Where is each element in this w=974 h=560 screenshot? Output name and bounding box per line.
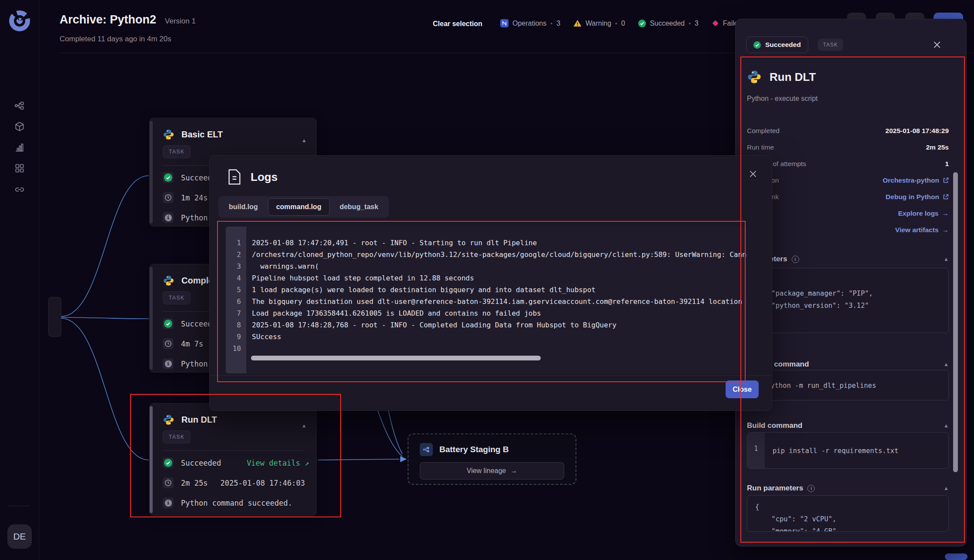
log-line-number: 4 bbox=[226, 272, 241, 284]
log-tab-debug_task[interactable]: debug_task bbox=[331, 198, 387, 216]
collapse-icon[interactable] bbox=[301, 137, 307, 143]
apps-grid-icon[interactable] bbox=[14, 163, 25, 174]
status-pill: Succeeded bbox=[746, 37, 808, 53]
build-command-code: pip install -r requirements.txt bbox=[747, 433, 948, 457]
task-type-badge: TASK bbox=[163, 145, 191, 158]
clear-selection-button[interactable]: Clear selection bbox=[433, 20, 482, 28]
view-lineage-button[interactable]: View lineage bbox=[420, 462, 564, 480]
log-line-number: 10 bbox=[226, 343, 241, 354]
external-link-icon bbox=[943, 177, 949, 183]
close-icon[interactable] bbox=[748, 169, 758, 179]
log-line: 2025-01-08 17:47:20,491 - root - INFO - … bbox=[252, 237, 747, 249]
products-cube-icon[interactable] bbox=[14, 121, 25, 132]
python-command-code: python -m run_dlt_pipelines bbox=[747, 370, 948, 392]
collapse-icon[interactable] bbox=[944, 361, 949, 367]
orchestra-logo-icon[interactable] bbox=[9, 10, 30, 31]
log-line-number: 3 bbox=[226, 260, 241, 272]
modal-title: Logs bbox=[251, 170, 278, 184]
lineage-card-battery-staging-b[interactable]: Battery Staging B View lineage bbox=[408, 433, 576, 485]
card-divider bbox=[163, 450, 303, 451]
info-row: Python command succeeded. bbox=[163, 497, 305, 508]
warning-icon bbox=[573, 20, 582, 27]
user-avatar[interactable]: DE bbox=[7, 524, 32, 549]
parameters-section-header: Parameters bbox=[747, 255, 949, 263]
section-label: Build command bbox=[747, 421, 803, 430]
explore-logs-link[interactable]: Explore logs bbox=[898, 210, 949, 217]
log-line-number: 5 bbox=[226, 284, 241, 296]
document-icon bbox=[228, 169, 241, 185]
close-icon[interactable] bbox=[932, 40, 942, 50]
detail-row-debug: Debug link Debug in Python bbox=[747, 189, 949, 205]
sidebar-divider bbox=[9, 506, 30, 506]
check-icon bbox=[163, 318, 174, 329]
view-details-link[interactable]: View details bbox=[247, 459, 309, 467]
stat-label: Warning bbox=[586, 20, 611, 27]
arrow-right-icon bbox=[510, 467, 517, 475]
detail-row-artifacts: Artifacts View artifacts bbox=[747, 222, 949, 238]
build-command-section-header: Build command bbox=[747, 421, 949, 430]
logs-modal: Logs build.logcommand.logdebug_task 1234… bbox=[209, 155, 772, 411]
connections-link-icon[interactable] bbox=[14, 184, 25, 195]
link-label: Debug in Python bbox=[886, 193, 939, 201]
view-lineage-label: View lineage bbox=[467, 467, 506, 475]
log-viewer: 12345678910 2025-01-08 17:47:20,491 - ro… bbox=[226, 227, 747, 373]
info-icon bbox=[792, 256, 799, 263]
pipelines-flow-icon[interactable] bbox=[14, 100, 25, 111]
stat-count: 0 bbox=[621, 20, 625, 27]
check-circle-icon bbox=[638, 20, 646, 27]
task-card-title: Basic ELT bbox=[181, 130, 223, 140]
panel-scrollbar[interactable] bbox=[953, 172, 958, 472]
horizontal-scrollbar[interactable] bbox=[251, 356, 541, 360]
collapse-icon[interactable] bbox=[944, 256, 949, 262]
log-gutter: 12345678910 bbox=[226, 227, 246, 373]
collapse-icon[interactable] bbox=[944, 485, 949, 491]
check-icon bbox=[163, 457, 174, 468]
bottom-right-button-fragment[interactable] bbox=[945, 553, 967, 560]
lineage-icon bbox=[420, 443, 433, 456]
log-line: 1 load package(s) were loaded to destina… bbox=[252, 284, 747, 296]
integration-link[interactable]: Orchestra-python bbox=[883, 177, 949, 184]
detail-value: 2m 25s bbox=[926, 143, 949, 151]
stat-label: Operations bbox=[512, 20, 546, 27]
clock-icon bbox=[163, 477, 174, 488]
lineage-card-title: Battery Staging B bbox=[439, 445, 509, 454]
analytics-chart-icon[interactable] bbox=[14, 142, 25, 153]
debug-link[interactable]: Debug in Python bbox=[886, 193, 949, 201]
close-button[interactable]: Close bbox=[726, 380, 759, 398]
detail-value: 2025-01-08 17:48:29 bbox=[885, 127, 949, 135]
detail-label: Run time bbox=[747, 143, 774, 151]
collapse-icon[interactable] bbox=[944, 423, 949, 429]
log-tab-command.log[interactable]: command.log bbox=[268, 198, 330, 216]
status-text: Succeeded bbox=[181, 459, 221, 467]
details-list: Completed 2025-01-08 17:48:29 Run time 2… bbox=[747, 123, 949, 238]
link-label: Orchestra-python bbox=[883, 177, 939, 184]
page-title: Archive: Python2 Version 1 bbox=[60, 13, 196, 27]
stat-succeeded: Succeeded 3 bbox=[638, 20, 699, 27]
python-icon bbox=[163, 414, 174, 426]
log-line: The bigquery destination used dlt-user@r… bbox=[252, 296, 747, 307]
failed-diamond-icon bbox=[712, 20, 719, 27]
collapse-icon[interactable] bbox=[301, 423, 307, 429]
info-icon bbox=[163, 212, 174, 223]
check-circle-icon bbox=[753, 41, 761, 49]
log-line-number: 7 bbox=[226, 307, 241, 319]
detail-row-completed: Completed 2025-01-08 17:48:29 bbox=[747, 123, 949, 139]
external-link-icon bbox=[943, 194, 949, 200]
dot-separator bbox=[550, 20, 552, 27]
python-command-section-header: Python command bbox=[747, 360, 949, 369]
view-artifacts-link[interactable]: View artifacts bbox=[895, 226, 949, 234]
log-line-number: 8 bbox=[226, 319, 241, 331]
line-number: 1 bbox=[747, 433, 765, 468]
duration-row: 2m 25s 2025-01-08 17:46:03 bbox=[163, 477, 305, 488]
log-line-number: 9 bbox=[226, 331, 241, 343]
info-icon bbox=[163, 497, 174, 508]
panel-title: Run DLT bbox=[770, 70, 816, 84]
pipeline-start-node[interactable] bbox=[48, 297, 61, 337]
link-label: Explore logs bbox=[898, 210, 938, 217]
check-icon bbox=[163, 172, 174, 183]
detail-row-attempts: Number of attempts 1 bbox=[747, 156, 949, 172]
task-type-badge: TASK bbox=[818, 39, 843, 51]
task-card-run-dlt[interactable]: Run DLT TASK Succeeded View details 2m 2… bbox=[149, 403, 317, 516]
python-icon bbox=[747, 70, 762, 84]
log-tab-build.log[interactable]: build.log bbox=[221, 198, 266, 216]
